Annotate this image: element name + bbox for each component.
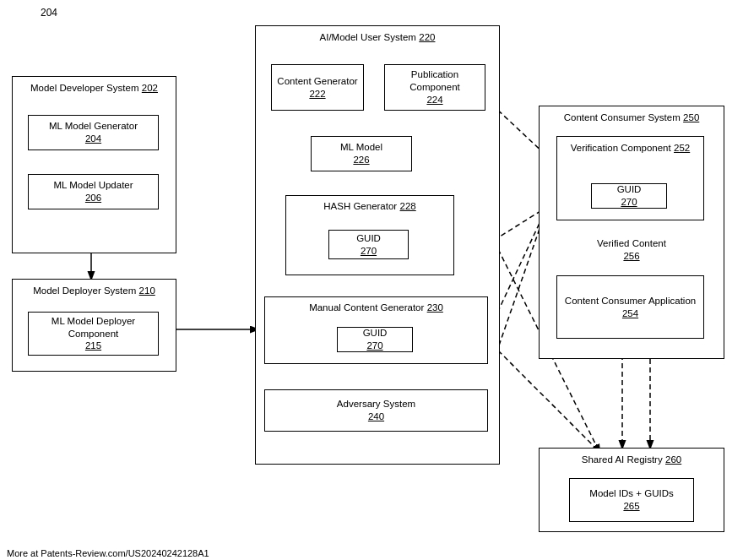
ml-model-box: ML Model 226 <box>311 136 412 171</box>
verification-component-outer: Verification Component 252 GUID 270 <box>556 136 704 220</box>
ai-model-user-system-label: AI/Model User System 220 <box>256 31 499 44</box>
hash-generator-label: HASH Generator 228 <box>286 200 453 213</box>
ml-model-updater-box: ML Model Updater 206 <box>28 174 159 209</box>
content-consumer-application-box: Content Consumer Application 254 <box>556 275 704 339</box>
verification-component-label: Verification Component 252 <box>557 142 703 155</box>
footer: More at Patents-Review.com/US20240242128… <box>0 546 743 560</box>
guid-hash-box: GUID 270 <box>328 230 409 259</box>
diagram: 204 Model Developer System 202 ML Model … <box>0 0 743 541</box>
svg-line-7 <box>498 351 599 452</box>
shared-ai-registry-label: Shared AI Registry 260 <box>540 454 724 466</box>
content-consumer-system-box: Content Consumer System 250 Verification… <box>539 106 724 359</box>
manual-content-generator-label: Manual Content Generator 230 <box>265 302 487 314</box>
manual-content-generator-box: Manual Content Generator 230 GUID 270 <box>264 296 488 364</box>
ml-model-deployer-component-box: ML Model Deployer Component 215 <box>28 312 159 356</box>
model-deployer-system-box: Model Deployer System 210 ML Model Deplo… <box>12 279 176 372</box>
model-deployer-system-label: Model Deployer System 210 <box>13 285 176 297</box>
shared-ai-registry-box: Shared AI Registry 260 Model IDs + GUIDs… <box>539 448 724 532</box>
guid-verification-box: GUID 270 <box>591 183 667 209</box>
ml-model-generator-box: ML Model Generator 204 <box>28 115 159 150</box>
model-developer-system-label: Model Developer System 202 <box>13 82 176 95</box>
content-consumer-system-label: Content Consumer System 250 <box>540 111 724 124</box>
footer-text: More at Patents-Review.com/US20240242128… <box>7 548 209 558</box>
guid-manual-box: GUID 270 <box>337 327 413 352</box>
model-ids-guids-box: Model IDs + GUIDs 265 <box>569 478 694 522</box>
content-generator-box: Content Generator 222 <box>271 64 364 111</box>
hash-generator-outer-box: HASH Generator 228 GUID 270 <box>285 195 454 275</box>
publication-component-box: Publication Component 224 <box>384 64 485 111</box>
model-developer-system-box: Model Developer System 202 ML Model Gene… <box>12 76 176 253</box>
adversary-system-box: Adversary System 240 <box>264 389 488 432</box>
diagram-number-200: 204 <box>41 7 57 19</box>
ai-model-user-system-box: AI/Model User System 220 Content Generat… <box>255 25 500 465</box>
verified-content-label: Verified Content 256 <box>540 237 724 263</box>
